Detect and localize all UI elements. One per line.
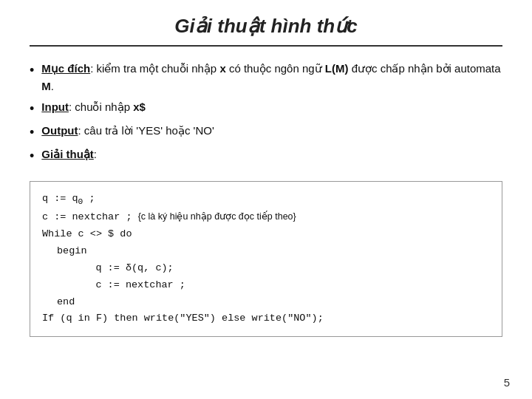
bullet-text-1: Mục đích: kiểm tra một chuỗi nhập x có t… — [41, 60, 502, 95]
bullet-text-4: Giải thuật: — [41, 146, 502, 163]
code-block: q := q0 ; c := nextchar ; {c là ký hiệu … — [30, 181, 502, 337]
bullet-item-2: • Input: chuỗi nhập x$ — [30, 98, 502, 119]
bullet-item-1: • Mục đích: kiểm tra một chuỗi nhập x có… — [30, 60, 502, 95]
code-line-8: If (q in F) then write("YES") else write… — [42, 310, 490, 327]
bullet-text-3: Output: câu trả lời 'YES' hoặc 'NO' — [41, 122, 502, 140]
bullet-dot-4: • — [30, 146, 34, 166]
code-line-3: While c <> $ do — [42, 226, 490, 243]
bullet-label-2: Input — [41, 100, 69, 113]
page-number: 5 — [504, 376, 510, 389]
slide-title: Giải thuật hình thức — [30, 15, 502, 38]
bullet-label-4: Giải thuật — [41, 148, 94, 160]
bullet-item-4: • Giải thuật: — [30, 146, 502, 166]
bullet-list: • Mục đích: kiểm tra một chuỗi nhập x có… — [30, 60, 502, 169]
code-line-5: q := δ(q, c); — [42, 260, 490, 277]
bullet-dot-2: • — [30, 99, 34, 119]
bullet-label-1: Mục đích — [41, 62, 90, 75]
bullet-dot-3: • — [30, 123, 34, 143]
code-line-6: c := nextchar ; — [42, 277, 490, 294]
bullet-item-3: • Output: câu trả lời 'YES' hoặc 'NO' — [30, 122, 502, 143]
slide-container: Giải thuật hình thức • Mục đích: kiểm tr… — [0, 0, 532, 399]
bullet-text-2: Input: chuỗi nhập x$ — [41, 98, 502, 116]
bullet-label-3: Output — [41, 124, 78, 137]
code-line-4: begin — [42, 243, 490, 260]
title-section: Giải thuật hình thức — [30, 15, 502, 47]
code-line-7: end — [42, 294, 490, 311]
code-line-2: c := nextchar ; {c là ký hiệu nhập được … — [42, 209, 490, 226]
code-line-1: q := q0 ; — [42, 191, 490, 209]
bullet-dot-1: • — [30, 61, 34, 81]
